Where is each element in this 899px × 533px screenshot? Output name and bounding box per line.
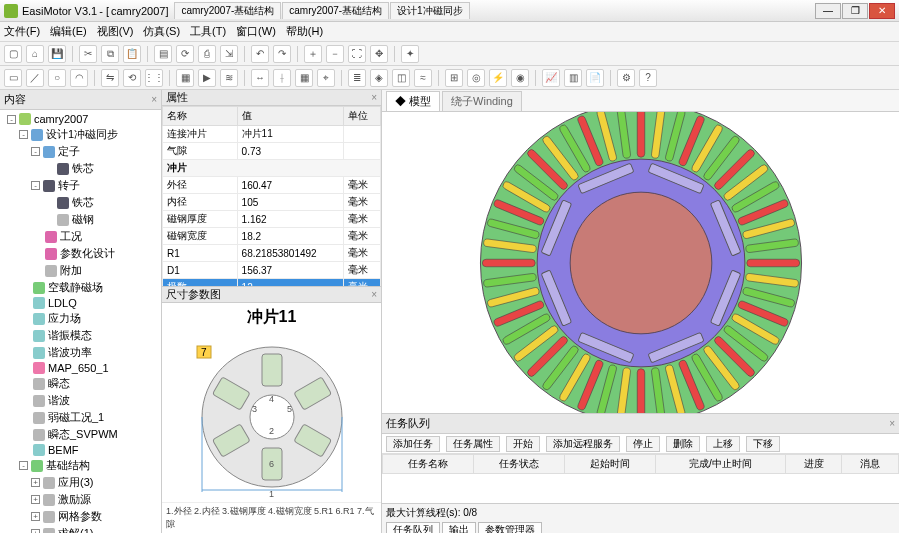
task-toolbar-button[interactable]: 下移 xyxy=(746,436,780,452)
property-row[interactable]: R168.21853801492毫米 xyxy=(163,245,381,262)
bc-icon[interactable]: ⊞ xyxy=(445,69,463,87)
task-table[interactable]: 任务名称任务状态起始时间完成/中止时间进度消息 xyxy=(382,454,899,474)
menu-item[interactable]: 仿真(S) xyxy=(143,24,180,39)
expand-icon[interactable]: + xyxy=(31,495,40,504)
tree-node[interactable]: 谐波功率 xyxy=(2,344,159,361)
rotate-icon[interactable]: ⟲ xyxy=(123,69,141,87)
expand-icon[interactable]: + xyxy=(31,529,40,533)
cut-icon[interactable]: ✂ xyxy=(79,45,97,63)
pin-icon[interactable]: × xyxy=(371,92,377,103)
expand-icon[interactable]: - xyxy=(31,147,40,156)
export-icon[interactable]: ⇲ xyxy=(220,45,238,63)
fit-icon[interactable]: ⛶ xyxy=(348,45,366,63)
tree-node[interactable]: 磁钢 xyxy=(2,211,159,228)
redo-icon[interactable]: ↷ xyxy=(273,45,291,63)
tree-node[interactable]: 瞬态_SVPWM xyxy=(2,426,159,443)
task-toolbar-button[interactable]: 删除 xyxy=(666,436,700,452)
menu-item[interactable]: 文件(F) xyxy=(4,24,40,39)
section-icon[interactable]: ◫ xyxy=(392,69,410,87)
solve-icon[interactable]: ▶ xyxy=(198,69,216,87)
select-icon[interactable]: ▭ xyxy=(4,69,22,87)
tree-node[interactable]: BEMF xyxy=(2,443,159,457)
snap-icon[interactable]: ⌖ xyxy=(317,69,335,87)
circle-icon[interactable]: ○ xyxy=(48,69,66,87)
tool-icon[interactable]: ✦ xyxy=(401,45,419,63)
help-icon[interactable]: ? xyxy=(639,69,657,87)
mesh-icon[interactable]: ▦ xyxy=(176,69,194,87)
tree-node[interactable]: 附加 xyxy=(2,262,159,279)
maximize-button[interactable]: ❐ xyxy=(842,3,868,19)
view3d-icon[interactable]: ◈ xyxy=(370,69,388,87)
task-toolbar-button[interactable]: 添加远程服务 xyxy=(546,436,620,452)
menu-item[interactable]: 编辑(E) xyxy=(50,24,87,39)
close-button[interactable]: ✕ xyxy=(869,3,895,19)
model-tab[interactable]: ◆ 模型 xyxy=(386,91,440,111)
model-canvas[interactable] xyxy=(382,112,899,413)
task-toolbar-button[interactable]: 开始 xyxy=(506,436,540,452)
refresh-icon[interactable]: ⟳ xyxy=(176,45,194,63)
mat-icon[interactable]: ◎ xyxy=(467,69,485,87)
footer-tab[interactable]: 输出 xyxy=(442,522,476,533)
pin-icon[interactable]: × xyxy=(151,94,157,105)
expand-icon[interactable]: - xyxy=(31,181,40,190)
array-icon[interactable]: ⋮⋮ xyxy=(145,69,163,87)
measure-icon[interactable]: ⟊ xyxy=(273,69,291,87)
zoom-out-icon[interactable]: － xyxy=(326,45,344,63)
zoom-in-icon[interactable]: ＋ xyxy=(304,45,322,63)
task-toolbar-button[interactable]: 上移 xyxy=(706,436,740,452)
src-icon[interactable]: ⚡ xyxy=(489,69,507,87)
footer-tab[interactable]: 参数管理器 xyxy=(478,522,542,533)
line-icon[interactable]: ／ xyxy=(26,69,44,87)
property-row[interactable]: 内径105毫米 xyxy=(163,194,381,211)
tree-node[interactable]: +求解(1) xyxy=(2,525,159,533)
tree-node[interactable]: -定子 xyxy=(2,143,159,160)
expand-icon[interactable]: + xyxy=(31,512,40,521)
grid-icon[interactable]: ▦ xyxy=(295,69,313,87)
property-row[interactable]: 外径160.47毫米 xyxy=(163,177,381,194)
wire-icon[interactable]: ≈ xyxy=(414,69,432,87)
tree-node[interactable]: 谐波 xyxy=(2,392,159,409)
property-row[interactable]: 冲片 xyxy=(163,160,381,177)
settings-icon[interactable]: ⚙ xyxy=(617,69,635,87)
menu-item[interactable]: 帮助(H) xyxy=(286,24,323,39)
tree-node[interactable]: -基础结构 xyxy=(2,457,159,474)
probe-icon[interactable]: ◉ xyxy=(511,69,529,87)
tree-node[interactable]: +激励源 xyxy=(2,491,159,508)
pin-icon[interactable]: × xyxy=(889,418,895,429)
tree-node[interactable]: 谐振模态 xyxy=(2,327,159,344)
expand-icon[interactable]: - xyxy=(19,130,28,139)
project-tree[interactable]: -camry2007-设计1冲磁同步-定子铁芯-转子铁芯磁钢工况参数化设计附加空… xyxy=(0,110,161,533)
menu-item[interactable]: 工具(T) xyxy=(190,24,226,39)
title-tab[interactable]: camry2007-基础结构 xyxy=(174,2,281,19)
property-row[interactable]: 极数12毫米 xyxy=(163,279,381,287)
dim-icon[interactable]: ↔ xyxy=(251,69,269,87)
minimize-button[interactable]: — xyxy=(815,3,841,19)
undo-icon[interactable]: ↶ xyxy=(251,45,269,63)
tree-node[interactable]: 弱磁工况_1 xyxy=(2,409,159,426)
menu-item[interactable]: 视图(V) xyxy=(97,24,134,39)
expand-icon[interactable]: - xyxy=(19,461,28,470)
tree-node[interactable]: +应用(3) xyxy=(2,474,159,491)
tree-node[interactable]: 应力场 xyxy=(2,310,159,327)
tree-node[interactable]: 铁芯 xyxy=(2,160,159,177)
result-icon[interactable]: ≋ xyxy=(220,69,238,87)
report-icon[interactable]: 📄 xyxy=(586,69,604,87)
property-row[interactable]: 气隙0.73 xyxy=(163,143,381,160)
mirror-icon[interactable]: ⇋ xyxy=(101,69,119,87)
property-row[interactable]: 连接冲片冲片11 xyxy=(163,126,381,143)
arc-icon[interactable]: ◠ xyxy=(70,69,88,87)
tree-node[interactable]: -设计1冲磁同步 xyxy=(2,126,159,143)
task-toolbar-button[interactable]: 任务属性 xyxy=(446,436,500,452)
expand-icon[interactable]: - xyxy=(7,115,16,124)
doc-icon[interactable]: ▤ xyxy=(154,45,172,63)
paste-icon[interactable]: 📋 xyxy=(123,45,141,63)
plot-icon[interactable]: 📈 xyxy=(542,69,560,87)
tree-node[interactable]: 空载静磁场 xyxy=(2,279,159,296)
tree-node[interactable]: LDLQ xyxy=(2,296,159,310)
open-icon[interactable]: ⌂ xyxy=(26,45,44,63)
pan-icon[interactable]: ✥ xyxy=(370,45,388,63)
title-tab[interactable]: camry2007-基础结构 xyxy=(282,2,389,19)
new-icon[interactable]: ▢ xyxy=(4,45,22,63)
tree-node[interactable]: 工况 xyxy=(2,228,159,245)
table-icon[interactable]: ▥ xyxy=(564,69,582,87)
